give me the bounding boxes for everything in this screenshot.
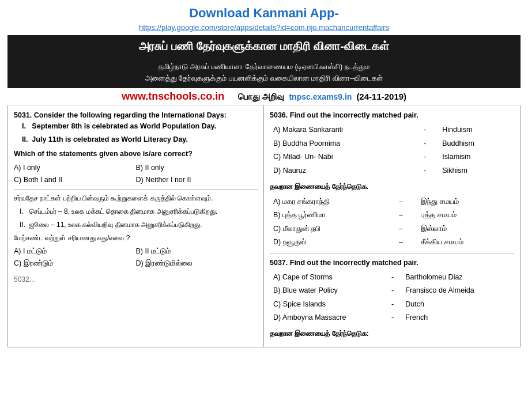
pair-label: A) Cape of Storms [271, 271, 387, 283]
q5031-tamil-optA: A) I மட்டும் [14, 246, 136, 257]
table-row: C) Spice Islands - Dutch [271, 298, 513, 311]
pair-label: D) Nauruz [271, 165, 419, 177]
pair-value: Fransisco de Almeida [403, 285, 513, 297]
content-area: 5031. Consider the following regarding t… [7, 105, 521, 347]
table-row: D) Nauruz - Sikhism [271, 165, 513, 177]
pair-value: Islamism [440, 151, 513, 163]
q5037-text: Find out the incorrectly matched pair. [290, 259, 418, 267]
app-link[interactable]: https://play.google.com/store/apps/detai… [7, 23, 521, 32]
q5031-optA: A) I only [14, 162, 136, 173]
table-row: B) புத்த பூர்ணிமா – புத்த சமயம் [271, 209, 513, 221]
q5037-english: 5037. Find out the incorrectly matched p… [270, 258, 514, 326]
q5037-header: 5037. Find out the incorrectly matched p… [270, 258, 514, 268]
q5031-optB: B) II only [136, 162, 258, 173]
tamil-stmt2: II. ஜூலை – 11, உலக கல்வியறிவு தினமாக அனு… [20, 220, 258, 230]
q5031-tamil-which: மேற்கண்ட வற்றுள் சரியானது எது/எவை ? [14, 233, 258, 244]
pair-dash: - [388, 285, 402, 297]
pair-label: D) Amboyna Massacre [271, 312, 387, 324]
divider2 [270, 253, 514, 254]
q5036-tamil-pairs: A) மகர சங்கராந்தி – இந்து சமயம்B) புத்த … [270, 195, 514, 250]
q5031-tamil: சர்வதேச நாட்கள் பற்றிய பின்வரும் கூற்றுக… [14, 193, 258, 270]
pair-dash: - [420, 124, 439, 136]
q5031-tamil-opts-row1: A) I மட்டும் B) II மட்டும் [14, 246, 258, 257]
sub-banner-line2: அனைத்து தேர்வுகளுக்கும் பயனளிக்கும் வகைய… [13, 73, 515, 84]
pair-dash: - [388, 271, 402, 283]
header-banner: அரசுப் பணி தேர்வுகளுக்கான மாதிரி வினா-வி… [7, 35, 521, 58]
q5037-tamil-header: தவறான இணையைத் தேர்ந்தெடுக: [270, 328, 514, 339]
info-bar: www.tnschools.co.in பொது அறிவு tnpsc.exa… [7, 88, 521, 105]
pair-label: B) புத்த பூர்ணிமா [271, 209, 394, 221]
app-title: Download Kanmani App- [7, 6, 521, 21]
q5031-opts-row2: C) Both I and II D) Neither I nor II [14, 175, 258, 186]
pair-label: C) Milad- Un- Nabi [271, 151, 419, 163]
q5036-english: 5036. Find out the incorrectly matched p… [270, 110, 514, 178]
pair-value: Hinduism [440, 124, 513, 136]
pair-label: A) Makara Sankaranti [271, 124, 419, 136]
q5036-pairs: A) Makara Sankaranti - HinduismB) Buddha… [270, 123, 514, 178]
q5031-opts-row1: A) I only B) II only [14, 162, 258, 173]
pair-dash: - [420, 138, 439, 150]
pair-value: இஸ்லாம் [418, 223, 513, 235]
table-row: A) Makara Sankaranti - Hinduism [271, 124, 513, 136]
tamil-stmt1: I. செப்டம்பர் – 8, உலக மக்கட் தொகை தினமா… [20, 206, 258, 217]
table-row: A) மகர சங்கராந்தி – இந்து சமயம் [271, 196, 513, 208]
q5037-pairs: A) Cape of Storms - Bartholomeu DiazB) B… [270, 270, 514, 326]
pair-value: Buddhism [440, 138, 513, 150]
stmt-1: I. September 8th is celebrated as World … [22, 121, 258, 132]
pair-value: Bartholomeu Diaz [403, 271, 513, 283]
pair-value: சீக்கிய சமயம் [418, 236, 513, 248]
table-row: D) நவூருஸ் – சீக்கிய சமயம் [271, 236, 513, 248]
q5031-english: 5031. Consider the following regarding t… [14, 110, 258, 186]
table-row: A) Cape of Storms - Bartholomeu Diaz [271, 271, 513, 283]
q5036-header: 5036. Find out the incorrectly matched p… [270, 110, 514, 121]
q5037-tamil: தவறான இணையைத் தேர்ந்தெடுக: [270, 328, 514, 339]
website2: tnpsc.exams9.in [289, 92, 352, 101]
q5036-tamil: தவறான இணையைத் தேர்ந்தெடுக. A) மகர சங்கரா… [270, 181, 514, 250]
pair-value: French [403, 312, 513, 324]
q5031-optC: C) Both I and II [14, 175, 136, 186]
q5037-num: 5037. [270, 259, 288, 267]
table-row: C) மீலாதுன் நபி – இஸ்லாம் [271, 223, 513, 235]
q5031-which: Which of the statements given above is/a… [14, 149, 258, 160]
pair-dash: – [395, 236, 417, 248]
pair-label: A) மகர சங்கராந்தி [271, 196, 394, 208]
more-indicator: 5032... [14, 274, 258, 285]
section-label: பொது அறிவு [238, 92, 284, 102]
pair-value: Dutch [403, 298, 513, 311]
pair-label: D) நவூருஸ் [271, 236, 394, 248]
q5031-tamil-q: சர்வதேச நாட்கள் பற்றிய பின்வரும் கூற்றுக… [14, 193, 258, 204]
q5031-statements: I. September 8th is celebrated as World … [22, 121, 258, 145]
pair-dash: – [395, 223, 417, 235]
pair-dash: - [388, 298, 402, 311]
table-row: B) Blue water Policy - Fransisco de Alme… [271, 285, 513, 297]
pair-label: C) Spice Islands [271, 298, 387, 311]
pair-value: புத்த சமயம் [418, 209, 513, 221]
page-wrapper: Download Kanmani App- https://play.googl… [7, 6, 521, 347]
pair-dash: – [395, 209, 417, 221]
q5031-tamil-optD: D) இரண்டுமில்லை [136, 258, 258, 269]
pair-dash: - [420, 165, 439, 177]
right-column: 5036. Find out the incorrectly matched p… [264, 105, 520, 347]
q5031-tamil-opts-row2: C) இரண்டும் D) இரண்டுமில்லை [14, 258, 258, 269]
q5036-num: 5036. [270, 111, 288, 119]
table-row: B) Buddha Poornima - Buddhism [271, 138, 513, 150]
q5031-tamil-optB: B) II மட்டும் [136, 246, 258, 257]
table-row: D) Amboyna Massacre - French [271, 312, 513, 324]
website1: www.tnschools.co.in [122, 90, 224, 103]
q5031-num: 5031. [14, 111, 32, 119]
sub-banner-line1: தமிழ்நாடு அரசுப் பணியாளா தேர்வாணையம (டிஏ… [13, 61, 515, 73]
q5036-text: Find out the incorrectly matched pair. [290, 111, 418, 119]
q5031-optD: D) Neither I nor II [136, 175, 258, 186]
pair-dash: - [388, 312, 402, 324]
pair-dash: - [420, 151, 439, 163]
divider1 [14, 189, 258, 190]
q5031-tamil-stmts: I. செப்டம்பர் – 8, உலக மக்கட் தொகை தினமா… [20, 206, 258, 230]
table-row: C) Milad- Un- Nabi - Islamism [271, 151, 513, 163]
q5031-text: Consider the following regarding the Int… [34, 111, 227, 119]
q5031-tamil-optC: C) இரண்டும் [14, 258, 136, 269]
pair-label: C) மீலாதுன் நபி [271, 223, 394, 235]
q5036-tamil-header: தவறான இணையைத் தேர்ந்தெடுக. [270, 181, 514, 192]
date-label: (24-11-2019) [356, 92, 406, 101]
sub-banner: தமிழ்நாடு அரசுப் பணியாளா தேர்வாணையம (டிஏ… [7, 58, 521, 88]
pair-dash: – [395, 196, 417, 208]
